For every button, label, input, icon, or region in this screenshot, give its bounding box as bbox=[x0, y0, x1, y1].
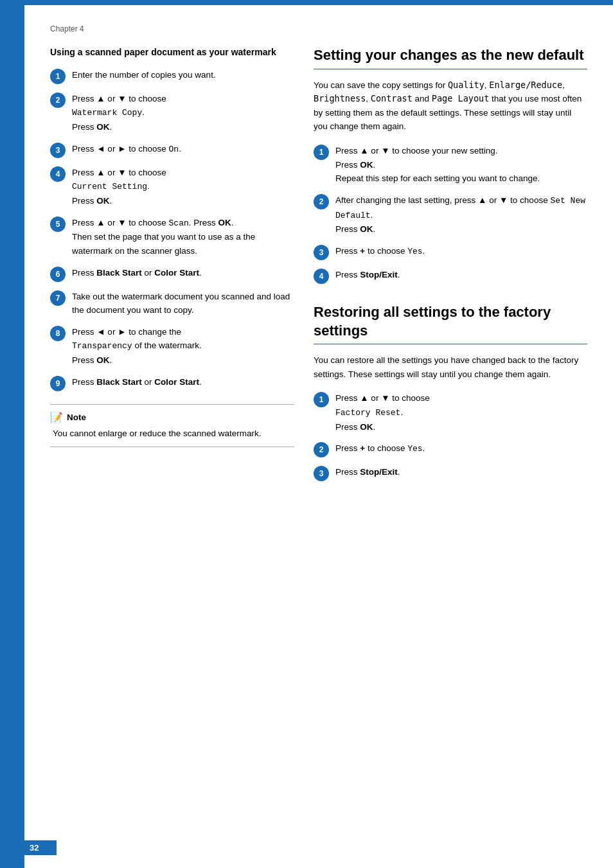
right-bottom-step-3: 3 Press Stop/Exit. bbox=[314, 465, 587, 481]
step-text-9: Press Black Start or Color Start. bbox=[72, 375, 294, 389]
right-bottom-section: Restoring all settings to the factory se… bbox=[314, 303, 587, 481]
step-text-8: Press ◄ or ► to change theTransparency o… bbox=[72, 325, 294, 368]
main-content: Chapter 4 Using a scanned paper document… bbox=[24, 5, 613, 527]
right-top-badge-4: 4 bbox=[314, 269, 329, 284]
step-badge-4: 4 bbox=[50, 166, 66, 182]
note-header: 📝 Note bbox=[50, 411, 294, 423]
right-top-step-3: 3 Press + to choose Yes. bbox=[314, 244, 587, 260]
right-bottom-text-3: Press Stop/Exit. bbox=[335, 465, 587, 479]
right-bottom-badge-3: 3 bbox=[314, 466, 329, 481]
right-bottom-text-1: Press ▲ or ▼ to chooseFactory Reset.Pres… bbox=[335, 391, 587, 434]
left-sidebar bbox=[0, 0, 24, 868]
step-text-6: Press Black Start or Color Start. bbox=[72, 266, 294, 280]
right-top-badge-1: 1 bbox=[314, 145, 329, 160]
left-step-7: 7 Take out the watermark document you sc… bbox=[50, 290, 294, 317]
right-top-section: Setting your changes as the new default … bbox=[314, 46, 587, 284]
note-icon: 📝 bbox=[50, 411, 63, 423]
left-step-1: 1 Enter the number of copies you want. bbox=[50, 68, 294, 84]
right-top-step-4: 4 Press Stop/Exit. bbox=[314, 268, 587, 284]
step-badge-1: 1 bbox=[50, 69, 66, 84]
step-badge-9: 9 bbox=[50, 376, 66, 391]
right-column: Setting your changes as the new default … bbox=[314, 46, 587, 489]
left-step-8: 8 Press ◄ or ► to change theTransparency… bbox=[50, 325, 294, 368]
left-step-4: 4 Press ▲ or ▼ to chooseCurrent Setting.… bbox=[50, 166, 294, 208]
chapter-label: Chapter 4 bbox=[50, 24, 587, 33]
right-bottom-title: Restoring all settings to the factory se… bbox=[314, 303, 587, 340]
right-bottom-steps: 1 Press ▲ or ▼ to chooseFactory Reset.Pr… bbox=[314, 391, 587, 481]
right-bottom-intro: You can restore all the settings you hav… bbox=[314, 353, 587, 381]
step-badge-6: 6 bbox=[50, 267, 66, 282]
note-label: Note bbox=[67, 412, 86, 422]
right-bottom-badge-1: 1 bbox=[314, 392, 329, 407]
right-top-text-2: After changing the last setting, press ▲… bbox=[335, 193, 587, 236]
left-step-9: 9 Press Black Start or Color Start. bbox=[50, 375, 294, 391]
section-divider-bottom bbox=[314, 344, 587, 344]
step-text-2: Press ▲ or ▼ to chooseWatermark Copy.Pre… bbox=[72, 92, 294, 134]
step-text-5: Press ▲ or ▼ to choose Scan. Press OK.Th… bbox=[72, 216, 294, 258]
step-text-4: Press ▲ or ▼ to chooseCurrent Setting.Pr… bbox=[72, 166, 294, 208]
left-section-title: Using a scanned paper document as your w… bbox=[50, 46, 294, 59]
step-badge-5: 5 bbox=[50, 217, 66, 232]
right-top-intro: You can save the copy settings for Quali… bbox=[314, 78, 587, 134]
note-text: You cannot enlarge or reduce the scanned… bbox=[50, 427, 294, 440]
step-text-7: Take out the watermark document you scan… bbox=[72, 290, 294, 317]
right-bottom-badge-2: 2 bbox=[314, 442, 329, 457]
step-badge-3: 3 bbox=[50, 143, 66, 158]
right-bottom-step-1: 1 Press ▲ or ▼ to chooseFactory Reset.Pr… bbox=[314, 391, 587, 434]
right-top-text-4: Press Stop/Exit. bbox=[335, 268, 587, 282]
page-number: 32 bbox=[24, 840, 57, 855]
top-bar bbox=[24, 0, 613, 5]
right-top-step-2: 2 After changing the last setting, press… bbox=[314, 193, 587, 236]
right-top-badge-2: 2 bbox=[314, 194, 329, 209]
right-bottom-text-2: Press + to choose Yes. bbox=[335, 441, 587, 456]
right-top-step-1: 1 Press ▲ or ▼ to choose your new settin… bbox=[314, 144, 587, 186]
step-badge-7: 7 bbox=[50, 290, 66, 306]
section-divider-top bbox=[314, 69, 587, 69]
right-top-text-1: Press ▲ or ▼ to choose your new setting.… bbox=[335, 144, 587, 186]
right-top-title: Setting your changes as the new default bbox=[314, 46, 587, 65]
left-step-6: 6 Press Black Start or Color Start. bbox=[50, 266, 294, 282]
two-column-layout: Using a scanned paper document as your w… bbox=[50, 46, 587, 489]
note-box: 📝 Note You cannot enlarge or reduce the … bbox=[50, 404, 294, 447]
right-top-badge-3: 3 bbox=[314, 245, 329, 260]
right-top-steps: 1 Press ▲ or ▼ to choose your new settin… bbox=[314, 144, 587, 284]
step-badge-8: 8 bbox=[50, 326, 66, 341]
step-badge-2: 2 bbox=[50, 93, 66, 108]
right-top-text-3: Press + to choose Yes. bbox=[335, 244, 587, 259]
left-step-2: 2 Press ▲ or ▼ to chooseWatermark Copy.P… bbox=[50, 92, 294, 134]
step-text-3: Press ◄ or ► to choose On. bbox=[72, 142, 294, 157]
right-bottom-step-2: 2 Press + to choose Yes. bbox=[314, 441, 587, 457]
left-step-3: 3 Press ◄ or ► to choose On. bbox=[50, 142, 294, 158]
left-column: Using a scanned paper document as your w… bbox=[50, 46, 294, 489]
left-step-5: 5 Press ▲ or ▼ to choose Scan. Press OK.… bbox=[50, 216, 294, 258]
left-steps-list: 1 Enter the number of copies you want. 2… bbox=[50, 68, 294, 391]
step-text-1: Enter the number of copies you want. bbox=[72, 68, 294, 82]
